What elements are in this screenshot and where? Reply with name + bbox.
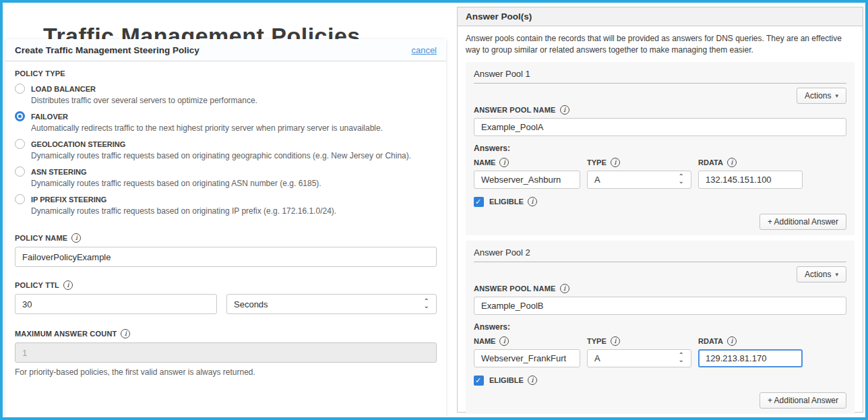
radio-failover[interactable] — [15, 111, 25, 121]
radio-asn-steering-label[interactable]: ASN STEERING — [31, 168, 87, 176]
answer-pools-title: Answer Pool(s) — [458, 7, 863, 26]
policy-name-input[interactable] — [15, 247, 437, 267]
pool-2-answer-type-select[interactable]: A — [587, 349, 691, 367]
max-answer-count-label: MAXIMUM ANSWER COUNT — [15, 330, 117, 338]
pool-1-answer-name-input[interactable] — [474, 171, 580, 189]
pool-2-name-input[interactable] — [474, 297, 846, 315]
pool-2-answer-type-value: A — [594, 353, 600, 363]
chevron-down-icon — [835, 92, 838, 99]
stepper-icon — [679, 175, 684, 184]
create-policy-modal: Create Traffic Management Steering Polic… — [5, 39, 446, 417]
info-icon[interactable] — [560, 105, 569, 115]
pool-1-name-input[interactable] — [474, 118, 846, 136]
radio-failover-description: Automatically redirects traffic to the n… — [31, 123, 437, 133]
radio-ip-prefix-steering[interactable] — [15, 194, 25, 204]
answer-pools-description: Answer pools contain the records that wi… — [466, 33, 855, 57]
pool-1-actions-button[interactable]: Actions — [797, 88, 846, 104]
pool-1-answer-name-label: NAME — [474, 158, 495, 167]
max-answer-count-help: For priority-based policies, the first v… — [15, 367, 437, 377]
radio-asn-steering[interactable] — [15, 167, 25, 177]
pool-2-eligible-label: ELIGIBLE — [489, 376, 524, 384]
policy-ttl-label: POLICY TTL — [15, 281, 59, 289]
answer-pool-card-1: Answer Pool 1 Actions ANSWER POOL NAME A… — [466, 62, 855, 235]
stepper-icon — [679, 353, 684, 363]
answer-pool-card-2: Answer Pool 2 Actions ANSWER POOL NAME A… — [466, 241, 855, 414]
pool-2-answers-label: Answers: — [474, 322, 846, 332]
radio-geolocation-steering-description: Dynamically routes traffic requests base… — [31, 151, 437, 160]
pool-1-answer-rdata-label: RDATA — [698, 158, 723, 167]
radio-load-balancer-label[interactable]: LOAD BALANCER — [31, 85, 96, 93]
pool-1-answer-rdata-input[interactable] — [698, 171, 803, 189]
policy-ttl-input[interactable] — [15, 294, 217, 314]
answer-pools-panel: Answer Pool(s) Answer pools contain the … — [457, 7, 863, 413]
info-icon[interactable] — [499, 336, 509, 346]
pool-2-answer-rdata-label: RDATA — [698, 337, 723, 345]
policy-type-option-load-balancer: LOAD BALANCER Distributes traffic over s… — [15, 84, 437, 105]
radio-geolocation-steering-label[interactable]: GEOLOCATION STEERING — [31, 140, 125, 148]
radio-ip-prefix-steering-label[interactable]: IP PREFIX STEERING — [31, 196, 106, 204]
radio-load-balancer[interactable] — [15, 84, 25, 94]
info-icon[interactable] — [611, 336, 620, 346]
info-icon[interactable] — [727, 158, 737, 167]
radio-asn-steering-description: Dynamically routes traffic requests base… — [31, 179, 437, 188]
pool-1-name-label: ANSWER POOL NAME — [474, 106, 556, 114]
modal-header: Create Traffic Management Steering Polic… — [5, 39, 446, 61]
info-icon[interactable] — [611, 158, 620, 167]
actions-button-label: Actions — [805, 91, 831, 100]
pool-1-additional-answer-button[interactable]: + Additional Answer — [760, 214, 846, 230]
policy-type-option-geolocation: GEOLOCATION STEERING Dynamically routes … — [15, 139, 437, 160]
radio-failover-label[interactable]: FAILOVER — [31, 113, 68, 121]
pool-2-eligible-checkbox[interactable] — [474, 376, 484, 386]
actions-button-label: Actions — [805, 270, 831, 279]
policy-ttl-unit-value: Seconds — [234, 299, 268, 309]
info-icon[interactable] — [121, 329, 130, 338]
policy-type-option-asn: ASN STEERING Dynamically routes traffic … — [15, 167, 437, 188]
info-icon[interactable] — [528, 376, 537, 385]
info-icon[interactable] — [528, 197, 537, 206]
pool-2-answer-rdata-input[interactable] — [698, 349, 803, 367]
info-icon[interactable] — [63, 280, 73, 290]
pool-2-answer-name-input[interactable] — [474, 349, 580, 367]
pool-2-answer-name-label: NAME — [474, 337, 495, 345]
radio-geolocation-steering[interactable] — [15, 139, 25, 149]
info-icon[interactable] — [727, 336, 737, 346]
radio-ip-prefix-steering-description: Dynamically routes traffic requests base… — [31, 206, 437, 216]
pool-1-answer-type-value: A — [594, 175, 600, 185]
pool-1-answer-type-label: TYPE — [587, 158, 607, 167]
radio-load-balancer-description: Distributes traffic over several servers… — [31, 96, 437, 105]
info-icon[interactable] — [499, 158, 509, 167]
pool-1-answers-label: Answers: — [474, 144, 846, 153]
pool-2-additional-answer-button[interactable]: + Additional Answer — [760, 392, 846, 409]
pool-2-actions-button[interactable]: Actions — [797, 266, 846, 282]
chevron-down-icon — [835, 271, 838, 278]
policy-type-option-ip-prefix: IP PREFIX STEERING Dynamically routes tr… — [15, 194, 437, 216]
policy-ttl-unit-select[interactable]: Seconds — [226, 294, 437, 314]
pool-1-eligible-label: ELIGIBLE — [489, 198, 524, 206]
modal-body: POLICY TYPE LOAD BALANCER Distributes tr… — [5, 61, 446, 377]
info-icon[interactable] — [560, 284, 569, 293]
pool-1-answer-type-select[interactable]: A — [587, 171, 691, 189]
pool-2-answer-type-label: TYPE — [587, 337, 607, 345]
cancel-link[interactable]: cancel — [411, 45, 437, 55]
max-answer-count-input — [15, 342, 437, 363]
info-icon[interactable] — [71, 233, 81, 243]
stepper-icon — [424, 299, 429, 309]
answer-pools-body: Answer pools contain the records that wi… — [458, 26, 863, 420]
policy-type-option-failover: FAILOVER Automatically redirects traffic… — [15, 111, 437, 133]
policy-type-label: POLICY TYPE — [15, 69, 437, 78]
answer-pool-2-title: Answer Pool 2 — [474, 245, 846, 262]
answer-pool-1-title: Answer Pool 1 — [474, 66, 846, 84]
pool-1-eligible-checkbox[interactable] — [474, 197, 484, 207]
modal-title: Create Traffic Management Steering Polic… — [15, 45, 199, 55]
policy-name-label: POLICY NAME — [15, 234, 67, 242]
pool-2-name-label: ANSWER POOL NAME — [474, 284, 556, 293]
